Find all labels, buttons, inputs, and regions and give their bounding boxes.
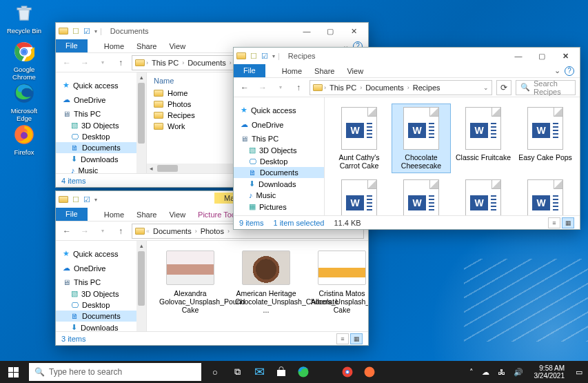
close-button[interactable]: ✕ bbox=[554, 48, 577, 63]
tray-onedrive-icon[interactable]: ☁ bbox=[482, 368, 489, 377]
nav-forward-button[interactable]: → bbox=[78, 224, 92, 238]
file-tile[interactable]: American Heritage Chocolate_Unsplash_Cho… bbox=[235, 251, 297, 314]
file-tile[interactable]: WTriple Chocolate Cake bbox=[516, 177, 574, 215]
breadcrumb[interactable]: Documents bbox=[185, 59, 228, 67]
sidebar-item-3d-objects[interactable]: ▧3D Objects bbox=[56, 288, 146, 299]
sidebar-item-3d-objects[interactable]: ▧3D Objects bbox=[56, 119, 146, 131]
view-details-button[interactable]: ≡ bbox=[336, 333, 349, 344]
sidebar-item-pictures[interactable]: ▦Pictures bbox=[234, 201, 324, 213]
tab-share[interactable]: Share bbox=[136, 209, 156, 220]
sidebar-quick-access[interactable]: ★Quick access bbox=[234, 101, 324, 116]
taskbar-chrome[interactable] bbox=[338, 362, 357, 382]
sidebar-quick-access[interactable]: ★Quick access bbox=[56, 245, 146, 259]
breadcrumb[interactable]: Photos bbox=[199, 227, 226, 235]
file-tile[interactable]: Cristina Matos Albers_Unsplash_Carrot Ca… bbox=[311, 251, 368, 314]
maximize-button[interactable]: ▢ bbox=[530, 48, 554, 63]
sidebar-item-videos[interactable]: ▶Videos bbox=[234, 213, 324, 215]
tab-share[interactable]: Share bbox=[314, 66, 334, 77]
scrollbar[interactable]: ▴ bbox=[136, 72, 146, 173]
tab-home[interactable]: Home bbox=[104, 209, 124, 220]
pin-icon[interactable]: ☐ bbox=[72, 27, 79, 36]
tab-file[interactable]: File bbox=[56, 208, 88, 221]
nav-back-button[interactable]: ← bbox=[60, 224, 74, 238]
file-tile[interactable]: WGerman Chocolate Cake bbox=[330, 177, 388, 215]
sidebar-item-documents[interactable]: 🗎Documents bbox=[234, 167, 324, 178]
nav-up-button[interactable]: ↑ bbox=[114, 56, 128, 70]
titlebar[interactable]: ☐ ☑ ▾ | Recipes ― ▢ ✕ bbox=[234, 48, 580, 64]
sidebar-item-documents[interactable]: 🗎Documents bbox=[56, 311, 146, 322]
taskbar-firefox[interactable] bbox=[360, 362, 379, 382]
nav-recent-button[interactable]: ▾ bbox=[96, 56, 110, 70]
address-bar[interactable]: › This PC › Documents › Recipes ⌄ bbox=[310, 80, 492, 95]
nav-back-button[interactable]: ← bbox=[60, 56, 74, 70]
desktop-icon-edge[interactable]: Microsoft Edge bbox=[3, 81, 45, 122]
qat-check-icon[interactable]: ☑ bbox=[83, 27, 90, 36]
tab-file[interactable]: File bbox=[234, 64, 265, 77]
sidebar-this-pc[interactable]: 🖥This PC bbox=[234, 130, 324, 144]
nav-forward-button[interactable]: → bbox=[78, 56, 92, 70]
nav-recent-button[interactable]: ▾ bbox=[274, 81, 287, 95]
tab-file[interactable]: File bbox=[56, 39, 88, 52]
start-button[interactable] bbox=[0, 361, 26, 383]
taskbar-mail[interactable]: ✉ bbox=[250, 362, 269, 382]
sidebar-item-desktop[interactable]: 🖵Desktop bbox=[56, 299, 146, 311]
sidebar-onedrive[interactable]: ☁OneDrive bbox=[234, 116, 324, 130]
tab-share[interactable]: Share bbox=[136, 41, 156, 52]
action-center-button[interactable]: ▭ bbox=[576, 368, 582, 377]
ribbon-collapse-icon[interactable]: ⌄ bbox=[554, 66, 560, 75]
close-button[interactable]: ✕ bbox=[342, 23, 365, 39]
titlebar[interactable]: ☐ ☑ ▾ | Documents ― ▢ ✕ bbox=[56, 23, 368, 39]
file-tile[interactable]: WNana's Pound Cake bbox=[454, 177, 512, 215]
tray-network-icon[interactable]: 🖧 bbox=[498, 368, 505, 376]
nav-forward-button[interactable]: → bbox=[256, 81, 270, 95]
qat-dropdown-icon[interactable]: ▾ bbox=[272, 53, 275, 59]
sidebar-item-downloads[interactable]: ⬇Downloads bbox=[234, 178, 324, 190]
taskbar-explorer[interactable] bbox=[316, 362, 335, 382]
breadcrumb[interactable]: Documents bbox=[151, 227, 194, 235]
tab-view[interactable]: View bbox=[347, 66, 363, 77]
tab-view[interactable]: View bbox=[169, 41, 185, 52]
maximize-button[interactable]: ▢ bbox=[318, 23, 342, 39]
desktop-icon-firefox[interactable]: Firefox bbox=[3, 123, 45, 156]
qat-check-icon[interactable]: ☑ bbox=[83, 195, 90, 204]
taskbar-search[interactable]: 🔍 Type here to search bbox=[29, 363, 201, 381]
file-tile[interactable]: WChocolate Cheesecake bbox=[392, 104, 450, 173]
pin-icon[interactable]: ☐ bbox=[250, 52, 257, 61]
nav-up-button[interactable]: ↑ bbox=[292, 81, 305, 95]
minimize-button[interactable]: ― bbox=[295, 23, 318, 39]
qat-check-icon[interactable]: ☑ bbox=[261, 52, 268, 61]
tray-volume-icon[interactable]: 🔊 bbox=[514, 368, 523, 377]
content-area[interactable]: WAunt Cathy's Carrot Cake WChocolate Che… bbox=[325, 97, 580, 215]
taskbar-store[interactable] bbox=[272, 362, 291, 382]
pin-icon[interactable]: ☐ bbox=[72, 195, 79, 204]
file-tile[interactable]: Alexandra Golovac_Unsplash_Pound Cake bbox=[159, 251, 221, 314]
desktop-icon-recycle-bin[interactable]: Recycle Bin bbox=[3, 1, 45, 35]
sidebar-onedrive[interactable]: ☁OneDrive bbox=[56, 91, 146, 106]
sidebar-item-desktop[interactable]: 🖵Desktop bbox=[56, 131, 146, 142]
sidebar-this-pc[interactable]: 🖥This PC bbox=[56, 274, 146, 288]
sidebar-item-music[interactable]: ♪Music bbox=[234, 190, 324, 201]
sidebar-item-downloads[interactable]: ⬇Downloads bbox=[56, 153, 146, 165]
tab-home[interactable]: Home bbox=[104, 41, 124, 52]
view-large-icons-button[interactable]: ▦ bbox=[350, 333, 363, 344]
file-tile[interactable]: WJeremy's Low-Fat Cheesecake bbox=[392, 177, 450, 215]
qat-dropdown-icon[interactable]: ▾ bbox=[94, 28, 97, 35]
taskbar-clock[interactable]: 9:58 AM 3/24/2021 bbox=[531, 364, 568, 380]
breadcrumb[interactable]: Documents bbox=[363, 84, 406, 92]
help-icon[interactable]: ? bbox=[565, 66, 574, 76]
cortana-button[interactable]: ○ bbox=[205, 362, 225, 382]
sidebar-item-music[interactable]: ♪Music bbox=[56, 165, 146, 173]
breadcrumb[interactable]: Recipes bbox=[411, 84, 443, 92]
nav-back-button[interactable]: ← bbox=[238, 81, 252, 95]
sidebar-quick-access[interactable]: ★Quick access bbox=[56, 77, 146, 91]
sidebar-this-pc[interactable]: 🖥This PC bbox=[56, 106, 146, 119]
nav-recent-button[interactable]: ▾ bbox=[96, 224, 110, 238]
file-tile[interactable]: WClassic Fruitcake bbox=[454, 104, 512, 173]
sidebar-item-3d-objects[interactable]: ▧3D Objects bbox=[234, 144, 324, 156]
breadcrumb[interactable]: This PC bbox=[327, 84, 358, 92]
breadcrumb[interactable]: This PC bbox=[150, 59, 181, 67]
file-tile[interactable]: WAunt Cathy's Carrot Cake bbox=[330, 104, 388, 173]
minimize-button[interactable]: ― bbox=[507, 48, 530, 63]
tab-home[interactable]: Home bbox=[282, 66, 302, 77]
sidebar-onedrive[interactable]: ☁OneDrive bbox=[56, 259, 146, 274]
